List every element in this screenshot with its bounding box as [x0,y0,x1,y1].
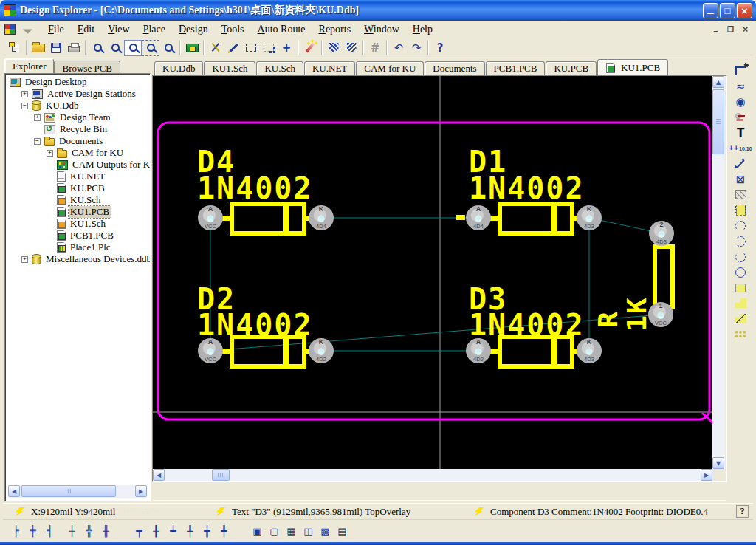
menu-reports[interactable]: Reports [312,22,358,37]
tree-item-cam-outputs-for-ku[interactable]: CAM Outputs for KU [5,159,150,171]
pcb-canvas[interactable]: D41N4002AVCCK4D4D11N4002A4D4K4D3D21N4002… [153,76,712,469]
keepout-boundary[interactable] [158,123,709,419]
arrange-outside-room-icon[interactable]: ▢ [266,523,283,539]
document-tab-documents[interactable]: Documents [425,61,484,75]
full-circle-icon[interactable] [732,264,749,280]
tree-item-documents[interactable]: Documents [5,135,150,147]
document-tab-pcb1-pcb[interactable]: PCB1.PCB [486,61,546,75]
canvas-vertical-scrollbar[interactable] [712,76,725,469]
component-room-icon[interactable]: ▩ [317,523,334,539]
arrange-on-grid-icon[interactable]: ▦ [283,523,300,539]
highlight-icon[interactable] [224,40,242,56]
menu-window[interactable]: Window [357,22,406,37]
increase-horizontal-spacing-icon[interactable]: ╬ [80,523,97,539]
place-component-icon[interactable] [732,202,749,218]
print-icon[interactable] [65,40,83,56]
tree-expander-plus[interactable] [47,150,53,157]
pad-D1-A[interactable]: A4D4 [466,205,491,230]
tree-expander-minus[interactable] [21,103,28,109]
pad-array-icon[interactable] [732,326,749,342]
scroll-thumb[interactable] [212,469,230,481]
scroll-left-button[interactable] [153,469,165,481]
arc-by-edge-icon[interactable] [732,218,749,233]
menu-view[interactable]: View [101,22,137,37]
scroll-right-button[interactable] [701,469,712,481]
minimize-button[interactable] [703,3,718,18]
panel-tab-browse-pcb[interactable]: Browse PCB [54,61,120,73]
document-tab-ku-net[interactable]: KU.NET [304,61,355,75]
tree-expander-minus[interactable] [34,138,41,145]
arc-by-angle-icon[interactable] [732,249,749,264]
pad-R-1[interactable]: 1VCC [648,302,673,327]
tree-item-ku1-pcb[interactable]: KU1.PCB [5,206,150,218]
align-left-icon[interactable]: ╞ [7,523,24,539]
place-fill-icon[interactable] [732,280,749,295]
zoom-area-icon[interactable] [142,40,159,56]
silkscreen-value-D1[interactable]: 1N4002 [469,174,585,203]
scroll-left-button[interactable] [8,485,20,497]
decrease-horizontal-spacing-icon[interactable]: ╫ [97,523,114,539]
tree-item-design-team[interactable]: Design Team [5,112,150,123]
align-center-horizontal-icon[interactable]: ╪ [24,523,41,539]
zoom-document-icon[interactable] [124,40,142,56]
document-menu-arrow-icon[interactable] [23,24,32,34]
document-tab-ku-pcb[interactable]: KU.PCB [546,61,597,75]
undo-icon[interactable]: ↶ [390,40,408,56]
menu-auto-route[interactable]: Auto Route [251,22,312,37]
distribute-horizontal-icon[interactable]: ┼ [63,523,80,539]
place-fill-hatched-icon[interactable] [732,187,749,202]
pad-D4-A[interactable]: AVCC [198,205,223,230]
decrease-vertical-spacing-icon[interactable]: ╇ [216,523,233,539]
scroll-thumb[interactable] [21,485,116,497]
tree-item-ku-pcb[interactable]: KU.PCB [5,182,150,194]
tree-item-miscellaneous-devices-ddb[interactable]: Miscellaneous Devices.ddb [5,253,150,265]
place-polygon-cutout-icon[interactable]: ⊠ [732,171,749,187]
polygon-unfill-icon[interactable] [343,40,360,56]
align-right-icon[interactable]: ╡ [41,523,58,539]
mdi-document-icon[interactable] [4,24,16,35]
pad-R-2[interactable]: 24D3 [649,221,674,246]
tree-item-ku-ddb[interactable]: KU.Ddb [5,100,150,112]
browse-board-icon[interactable] [183,40,201,56]
mdi-minimize-button[interactable] [709,24,722,35]
tree-item-cam-for-ku[interactable]: CAM for KU [5,147,150,159]
arc-by-center-icon[interactable] [732,233,749,249]
menu-edit[interactable]: Edit [71,22,101,37]
resistor-body-R[interactable] [653,244,675,309]
align-middle-icon[interactable]: ╂ [148,523,165,539]
pad-D3-A[interactable]: A4D2 [466,338,491,363]
grid-icon[interactable]: # [366,40,384,56]
maximize-button[interactable] [720,3,735,18]
silkscreen-ref-R[interactable]: R [595,310,622,328]
document-tab-ku1-sch[interactable]: KU1.Sch [204,61,255,75]
silkscreen-value-R[interactable]: 1K [624,296,650,331]
polygon-fill-icon[interactable] [325,40,343,56]
pad-D1-K[interactable]: K4D3 [577,205,602,230]
diode-body-D3[interactable] [498,335,574,369]
component-grid-icon[interactable]: ◫ [300,523,317,539]
cut-icon[interactable] [207,40,224,56]
document-tab-ku-ddb[interactable]: KU.Ddb [154,61,203,75]
scroll-right-button[interactable] [135,485,147,497]
place-coordinate-icon[interactable]: 10,10 [732,140,749,156]
align-bottom-icon[interactable]: ┷ [165,523,182,539]
document-tab-ku-sch[interactable]: KU.Sch [256,61,303,75]
mdi-restore-button[interactable] [724,24,737,35]
pad-D2-K[interactable]: K4D2 [309,338,334,363]
explorer-horizontal-scrollbar[interactable] [8,485,147,498]
panel-tab-explorer[interactable]: Explorer [4,58,54,73]
explorer-panel-toggle-icon[interactable] [6,40,24,56]
tree-item-active-design-stations[interactable]: Active Design Stations [5,88,150,100]
move-cross-icon[interactable]: + [278,40,295,56]
diode-body-D2[interactable] [230,335,306,369]
context-help-button[interactable]: ? [736,505,749,518]
mdi-close-button[interactable] [739,24,752,35]
tree-item-ku1-sch[interactable]: KU1.Sch [5,218,150,230]
tree-item-recycle-bin[interactable]: Recycle Bin [5,123,150,135]
zoom-point-icon[interactable] [159,40,177,56]
tree-expander-plus[interactable] [21,91,28,97]
zoom-in-icon[interactable] [89,40,106,56]
interactive-routing-icon[interactable] [732,63,749,78]
increase-vertical-spacing-icon[interactable]: ╈ [199,523,216,539]
redo-icon[interactable]: ↷ [408,40,425,56]
